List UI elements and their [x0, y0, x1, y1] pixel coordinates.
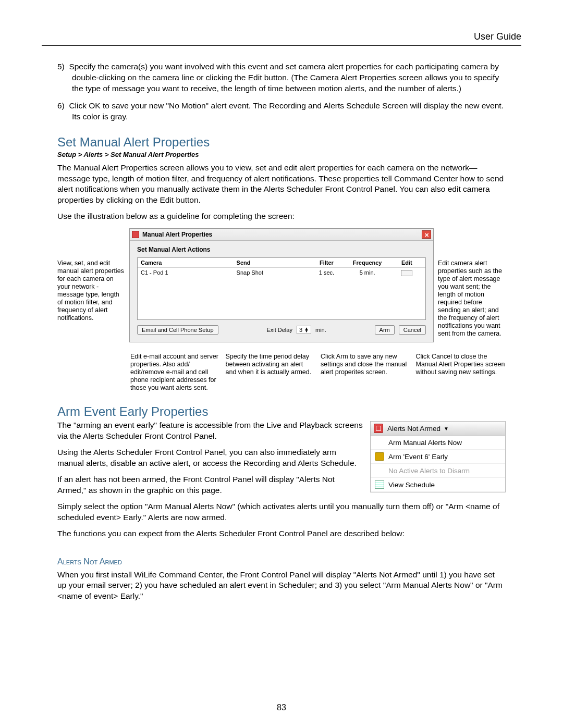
alerts-front-control-panel: Alerts Not Armed ▼ Arm Manual Alerts Now…: [370, 421, 506, 492]
breadcrumb: Setup > Alerts > Set Manual Alert Proper…: [57, 151, 506, 158]
callout-left: View, set, and edit manual alert propert…: [57, 228, 125, 342]
badge-icon: [375, 452, 384, 461]
table-row[interactable]: C1 - Pod 1 Snap Shot 1 sec. 5 min.: [138, 268, 425, 278]
col-frequency: Frequency: [344, 260, 391, 266]
paragraph: Simply select the option "Arm Manual Ale…: [57, 501, 506, 523]
menu-item-arm-manual[interactable]: Arm Manual Alerts Now: [371, 436, 505, 450]
dialog-title: Manual Alert Properties: [142, 231, 422, 238]
callout-cancel: Click Cancel to close the Manual Alert P…: [416, 353, 506, 392]
section-set-manual-title: Set Manual Alert Properties: [57, 135, 506, 150]
menu-item-arm-event6[interactable]: Arm 'Event 6' Early: [371, 450, 505, 464]
chevron-down-icon: ▼: [444, 426, 449, 431]
spinner-arrows-icon[interactable]: ▲▼: [304, 327, 309, 333]
list-item: 6) Click OK to save your new "No Motion"…: [57, 101, 506, 122]
exit-delay-unit: min.: [315, 327, 326, 333]
blank-icon: [375, 438, 384, 447]
page-number: 83: [0, 703, 563, 712]
blank-icon: [375, 466, 384, 475]
exit-delay-label: Exit Delay: [266, 327, 292, 333]
col-camera: Camera: [141, 260, 237, 266]
paragraph: Use the illustration below as a guidelin…: [57, 211, 506, 222]
callout-email: Edit e-mail account and server propertie…: [130, 353, 221, 392]
subhead-alerts-not-armed: Alerts Not Armed: [57, 557, 506, 566]
col-edit: Edit: [391, 260, 422, 266]
menu-item-view-schedule[interactable]: View Schedule: [371, 478, 505, 492]
list-item: 5) Specify the camera(s) you want involv…: [57, 61, 506, 94]
exit-delay-input[interactable]: 3 ▲▼: [297, 326, 311, 334]
callout-arm: Click Arm to save any new settings and c…: [321, 353, 411, 392]
edit-row-button[interactable]: [401, 270, 412, 276]
alerts-status-dropdown[interactable]: Alerts Not Armed ▼: [371, 422, 505, 436]
header-title: User Guide: [474, 31, 521, 42]
page-header: User Guide: [42, 31, 521, 46]
arm-button[interactable]: Arm: [375, 325, 395, 335]
schedule-icon: [375, 480, 384, 489]
app-icon: [132, 231, 139, 238]
cancel-button[interactable]: Cancel: [399, 325, 426, 335]
shield-icon: [374, 424, 383, 433]
callout-right: Edit camera alert properties such as the…: [438, 228, 506, 342]
close-icon[interactable]: ✕: [422, 230, 431, 239]
alert-grid: Camera Send Filter Frequency Edit C1 - P…: [137, 257, 426, 320]
manual-alert-properties-dialog: Manual Alert Properties ✕ Set Manual Ale…: [129, 228, 434, 342]
col-filter: Filter: [310, 260, 344, 266]
paragraph: The Manual Alert Properties screen allow…: [57, 163, 506, 206]
alerts-status-label: Alerts Not Armed: [387, 425, 440, 433]
paragraph: When you first install WiLife Command Ce…: [57, 570, 506, 602]
callout-delay: Specify the time period delay between ac…: [226, 353, 316, 392]
under-dialog-callouts: Edit e-mail account and server propertie…: [130, 353, 506, 392]
section-arm-event-title: Arm Event Early Properties: [57, 404, 506, 419]
numbered-steps: 5) Specify the camera(s) you want involv…: [57, 61, 506, 122]
dialog-subtitle: Set Manual Alert Actions: [137, 246, 426, 253]
paragraph: The functions you can expect from the Al…: [57, 528, 506, 539]
col-send: Send: [237, 260, 310, 266]
menu-item-no-active-alerts: No Active Alerts to Disarm: [371, 464, 505, 478]
email-setup-button[interactable]: Email and Cell Phone Setup: [137, 325, 218, 335]
